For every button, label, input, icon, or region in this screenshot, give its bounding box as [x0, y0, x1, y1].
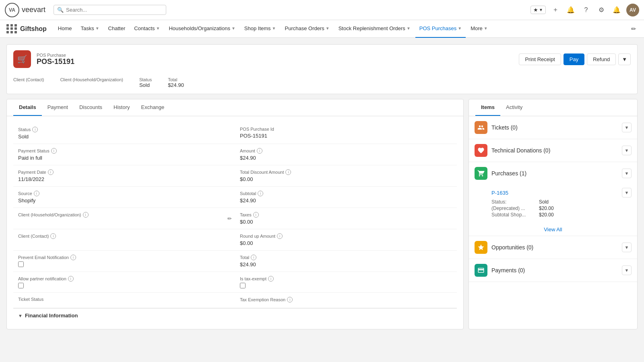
- tickets-dropdown-button[interactable]: ▼: [622, 123, 632, 132]
- field-ticket-status-label: Ticket Status: [18, 297, 230, 302]
- status-info-icon[interactable]: i: [32, 127, 38, 132]
- chevron-households: ▼: [231, 26, 235, 31]
- nav-item-purchase-orders[interactable]: Purchase Orders ▼: [281, 20, 334, 38]
- subtotal-info-icon[interactable]: i: [258, 191, 263, 196]
- nav-item-tasks[interactable]: Tasks ▼: [76, 20, 103, 38]
- field-total-discount: Total Discount Amount i $0.00 ✏: [235, 165, 457, 187]
- tickets-accordion-header[interactable]: Tickets (0) ▼: [469, 116, 637, 139]
- details-tab-content: Status i Sold ✏ POS Purchase Id POS-1519…: [7, 116, 463, 329]
- status-val: Sold: [139, 82, 150, 88]
- purchase-status-label: Status:: [491, 199, 536, 205]
- search-icon: 🔍: [57, 7, 64, 13]
- notification-icon[interactable]: 🔔: [565, 4, 576, 16]
- nav-item-home[interactable]: Home: [54, 20, 76, 38]
- pay-button[interactable]: Pay: [564, 53, 584, 65]
- donations-accordion-header[interactable]: Technical Donations (0) ▼: [469, 139, 637, 162]
- nav-item-chatter[interactable]: Chatter: [104, 20, 130, 38]
- tab-exchange[interactable]: Exchange: [135, 99, 170, 116]
- field-ticket-status: Ticket Status ✏: [13, 293, 235, 308]
- secondary-navigation: Giftshop Home Tasks ▼ Chatter Contacts ▼…: [0, 20, 644, 38]
- roundup-info-icon[interactable]: i: [277, 233, 283, 239]
- tab-activity[interactable]: Activity: [500, 99, 528, 116]
- help-icon[interactable]: ?: [580, 4, 592, 16]
- field-roundup-label: Round up Amount i: [240, 233, 452, 239]
- financial-information-label: Financial Information: [25, 313, 78, 319]
- financial-information-section[interactable]: ▼ Financial Information: [13, 308, 457, 323]
- payments-accordion-header[interactable]: Payments (0) ▼: [469, 259, 637, 282]
- nav-label-more: More: [471, 25, 483, 31]
- allow-partner-checkbox[interactable]: [18, 283, 24, 288]
- refund-button[interactable]: Refund: [587, 53, 616, 65]
- nav-item-stock[interactable]: Stock Replenishment Orders ▼: [334, 20, 415, 38]
- field-payment-date-label: Payment Date i: [18, 169, 230, 175]
- actions-dropdown-button[interactable]: ▼: [618, 53, 631, 65]
- total-label: Total: [168, 77, 184, 82]
- source-info-icon[interactable]: i: [34, 191, 39, 196]
- field-total: Total i $24.90 ✏: [235, 251, 457, 272]
- add-button[interactable]: ＋: [550, 4, 561, 16]
- tax-exempt-info-icon[interactable]: i: [268, 276, 274, 282]
- app-grid-button[interactable]: [5, 23, 18, 35]
- total-val: $24.90: [168, 82, 184, 88]
- payments-dropdown-button[interactable]: ▼: [622, 265, 632, 275]
- nav-label-households: Households/Organizations: [169, 25, 230, 31]
- opportunities-accordion-header[interactable]: Opportunities (0) ▼: [469, 236, 637, 259]
- search-bar[interactable]: 🔍: [54, 5, 166, 15]
- amount-info-icon[interactable]: i: [257, 148, 262, 154]
- settings-icon[interactable]: ⚙: [596, 4, 607, 16]
- total-discount-info-icon[interactable]: i: [285, 169, 291, 175]
- client-org-info-icon[interactable]: i: [83, 212, 89, 218]
- purchase-link[interactable]: P-1635: [491, 190, 508, 196]
- alerts-icon[interactable]: 🔔: [611, 4, 622, 16]
- client-contact-field: Client (Contact): [13, 77, 44, 88]
- tab-items[interactable]: Items: [475, 99, 500, 116]
- fields-grid: Status i Sold ✏ POS Purchase Id POS-1519…: [13, 123, 457, 308]
- donations-dropdown-button[interactable]: ▼: [622, 146, 632, 155]
- purchases-accordion-header[interactable]: Purchases (1) ▼: [469, 162, 637, 185]
- nav-item-contacts[interactable]: Contacts ▼: [130, 20, 164, 38]
- nav-label-chatter: Chatter: [108, 25, 126, 31]
- nav-item-shop-items[interactable]: Shop Items ▼: [240, 20, 280, 38]
- field-total-discount-label: Total Discount Amount i: [240, 169, 452, 175]
- search-input[interactable]: [66, 7, 163, 13]
- nav-item-households[interactable]: Households/Organizations ▼: [165, 20, 239, 38]
- prevent-email-checkbox[interactable]: [18, 261, 24, 267]
- prevent-email-info-icon[interactable]: i: [70, 255, 76, 260]
- purchase-item-dropdown-button[interactable]: ▼: [622, 188, 632, 197]
- payment-date-info-icon[interactable]: i: [48, 169, 54, 175]
- purchases-dropdown-button[interactable]: ▼: [622, 169, 632, 178]
- nav-item-pos-purchases[interactable]: POS Purchases ▼: [415, 20, 466, 38]
- edit-nav-button[interactable]: ✏: [628, 23, 639, 35]
- purchase-subtotal-row: Subtotal Shop... $20.00: [491, 212, 632, 218]
- logo[interactable]: VA veevart: [5, 3, 45, 17]
- field-taxes-label: Taxes i: [240, 212, 452, 218]
- taxes-info-icon[interactable]: i: [253, 212, 259, 218]
- avatar[interactable]: AV: [626, 4, 639, 16]
- tax-exemption-reason-info-icon[interactable]: i: [287, 297, 293, 302]
- print-receipt-button[interactable]: Print Receipt: [519, 53, 561, 65]
- tab-payment[interactable]: Payment: [42, 99, 74, 116]
- purchase-status-val: Sold: [539, 199, 549, 205]
- view-all-purchases: View All: [469, 223, 637, 236]
- allow-partner-info-icon[interactable]: i: [68, 276, 74, 282]
- tab-discounts[interactable]: Discounts: [74, 99, 108, 116]
- tax-exempt-checkbox[interactable]: [240, 283, 246, 288]
- favorites-button[interactable]: ★ ▼: [530, 6, 546, 14]
- client-contact-info-icon[interactable]: i: [50, 233, 56, 239]
- nav-item-more[interactable]: More ▼: [466, 20, 492, 38]
- record-title-area: POS Purchase POS-15191: [37, 53, 513, 66]
- tab-details[interactable]: Details: [13, 99, 42, 116]
- field-subtotal-label: Subtotal i: [240, 191, 452, 196]
- purchase-subtotal-val: $20.00: [539, 212, 554, 218]
- star-icon: ★: [533, 7, 538, 13]
- opportunities-dropdown-button[interactable]: ▼: [622, 243, 632, 252]
- field-source-val: Shopify: [18, 197, 230, 204]
- field-payment-date-val: 11/18/2022: [18, 176, 230, 182]
- chevron-contacts: ▼: [156, 26, 160, 31]
- top-navigation: VA veevart 🔍 ★ ▼ ＋ 🔔 ? ⚙ 🔔 AV: [0, 0, 644, 20]
- payment-status-info-icon[interactable]: i: [51, 148, 57, 154]
- view-all-link[interactable]: View All: [544, 226, 562, 232]
- client-org-edit-button[interactable]: ✏: [227, 216, 232, 222]
- total-info-icon[interactable]: i: [251, 255, 256, 260]
- tab-history[interactable]: History: [108, 99, 135, 116]
